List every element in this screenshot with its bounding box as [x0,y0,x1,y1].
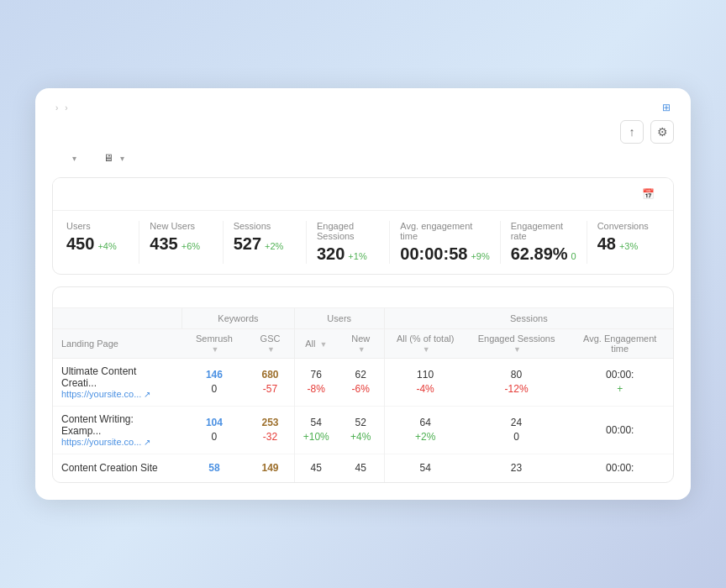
landing-page-name: Content Writing: Examp... [61,413,174,437]
landing-page-url[interactable]: https://yoursite.co... ↗ [61,437,174,447]
table-row: Content Creation Site 58 149 45 45 54 23 [53,454,673,482]
metric-label: Engaged Sessions [317,221,379,241]
avg-engagement-cell: 00:00: [566,407,673,454]
metric-value: 62.89% [511,244,568,264]
export-button[interactable]: ↑ [620,120,644,144]
landing-page-cell: Content Writing: Examp... https://yoursi… [53,407,182,454]
breadcrumb: › › ⊞ [52,102,674,113]
metric-item-engagement-rate: Engagement rate 62.89% 0 [511,221,587,264]
export-icon: ↑ [629,125,635,139]
metric-label: Avg. engagement time [400,221,489,241]
landing-pages-body: Ultimate Content Creati... https://yours… [53,359,673,482]
metric-item-conversions: Conversions 48 +3% [597,221,660,264]
users-new-cell: 52 +4% [338,407,384,454]
avg-engagement-cell: 00:00: + [566,359,673,407]
metric-label: Engagement rate [511,221,576,241]
metric-change: +9% [471,251,489,261]
metric-label: New Users [150,221,212,231]
landing-pages-section: Keywords Users Sessions Landing Page Sem… [52,286,674,483]
sessions-group-header: Sessions [384,308,673,329]
landing-pages-table: Keywords Users Sessions Landing Page Sem… [53,308,673,482]
users-group-header: Users [294,308,384,329]
engaged-sessions-cell: 24 0 [466,407,567,454]
keywords-group-header: Keywords [182,308,295,329]
metric-value: 450 [66,234,94,254]
calendar-icon: 📅 [642,188,655,200]
metric-item-avg.-engagement-time: Avg. engagement time 00:00:58 +9% [400,221,500,264]
metric-label: Sessions [234,221,296,231]
users-new-col: New ▼ [338,329,384,359]
gsc-cell: 253 -32 [246,407,294,454]
gsc-col: GSC ▼ [246,329,294,359]
metrics-row: Users 450 +4% New Users 435 +6% Sessions… [53,210,673,274]
metric-change: +6% [182,241,200,251]
gear-icon: ⚙ [657,125,668,139]
metric-item-new-users: New Users 435 +6% [150,221,223,264]
sessions-all-cell: 64 +2% [384,407,466,454]
users-all-cell: 76 -8% [294,359,338,407]
engaged-sessions-cell: 80 -12% [466,359,567,407]
metric-value: 00:00:58 [400,244,467,264]
metric-value: 527 [234,234,261,254]
semrush-cell: 58 [182,454,247,482]
country-selector[interactable]: ▾ [66,154,76,163]
users-all-cell: 45 [294,454,338,482]
col-subheader: Landing Page Semrush ▼ GSC ▼ All ▼ New ▼… [53,329,673,359]
table-row: Content Writing: Examp... https://yoursi… [53,407,673,454]
location-row: ▾ 🖥 ▾ [52,152,674,164]
settings-button[interactable]: ⚙ [650,120,674,144]
metric-label: Conversions [597,221,660,231]
metric-change: +3% [619,241,638,251]
book-icon: ⊞ [662,102,671,113]
external-link-icon: ↗ [144,438,150,447]
breadcrumb-sep2: › [65,103,67,113]
metric-value: 435 [150,234,177,254]
breadcrumb-sep1: › [55,103,58,113]
landing-page-cell: Content Creation Site [53,454,182,482]
metric-item-sessions: Sessions 527 +2% [234,221,307,264]
engaged-sessions-cell: 23 [466,454,567,482]
users-new-cell: 45 [338,454,384,482]
user-manual-link[interactable]: ⊞ [662,102,674,113]
metric-item-users: Users 450 +4% [66,221,139,264]
col-group-header: Keywords Users Sessions [53,308,673,329]
metric-value: 320 [317,244,345,264]
external-link-icon: ↗ [144,390,150,399]
users-new-cell: 62 -6% [338,359,384,407]
metric-label: Users [66,221,129,231]
landing-pages-title [53,287,673,308]
metric-value: 48 [597,234,616,254]
metric-item-engaged-sessions: Engaged Sessions 320 +1% [317,221,390,264]
date-range[interactable]: 📅 [642,188,660,200]
device-selector[interactable]: 🖥 ▾ [103,152,124,164]
gsc-cell: 680 -57 [246,359,294,407]
landing-page-col: Landing Page [53,329,182,359]
metric-change: +2% [265,241,283,251]
table-row: Ultimate Content Creati... https://yours… [53,359,673,407]
users-all-cell: 54 +10% [294,407,338,454]
sessions-all-cell: 54 [384,454,466,482]
metric-change: +1% [348,251,366,261]
semrush-col: Semrush ▼ [182,329,247,359]
sessions-all-col: All (% of total) ▼ [384,329,466,359]
desktop-icon: 🖥 [103,152,113,164]
gsc-cell: 149 [246,454,294,482]
avg-engagement-cell: 00:00: [566,454,673,482]
chevron-down-icon-2: ▾ [120,154,124,163]
organic-traffic-section: 📅 Users 450 +4% New Users 435 +6% Sessio… [52,177,674,275]
engaged-sessions-col: Engaged Sessions ▼ [466,329,567,359]
lp-col-header [53,308,182,329]
chevron-down-icon: ▾ [72,154,76,163]
metric-change: +4% [97,241,116,251]
users-all-col: All ▼ [294,329,338,359]
landing-page-cell: Ultimate Content Creati... https://yours… [53,359,182,407]
semrush-cell: 146 0 [182,359,247,407]
title-row: ↑ ⚙ [52,120,674,144]
avg-engagement-col: Avg. Engagement time [566,329,673,359]
landing-page-url[interactable]: https://yoursite.co... ↗ [61,389,174,399]
organic-traffic-header: 📅 [53,178,673,210]
sessions-all-cell: 110 -4% [384,359,466,407]
semrush-cell: 104 0 [182,407,247,454]
metric-change: 0 [571,251,576,261]
landing-page-name: Content Creation Site [61,462,174,474]
